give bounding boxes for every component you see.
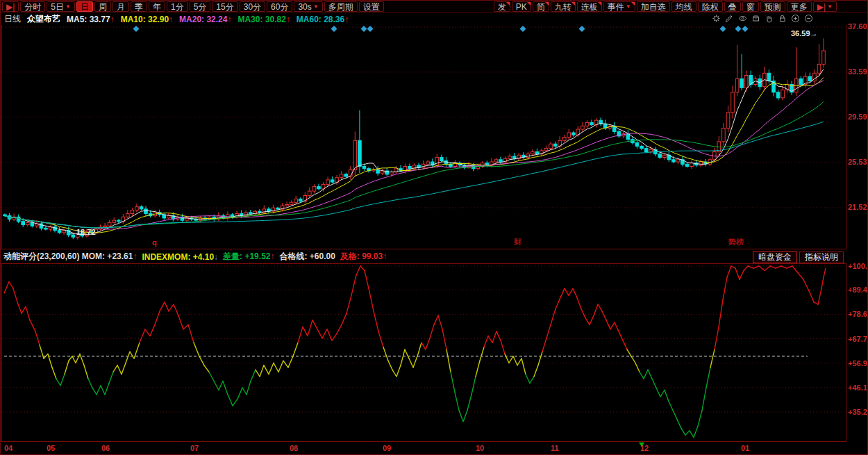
toolbar-item-年[interactable]: 年 [149,1,165,12]
toolbar-item-1分[interactable]: 1分 [167,1,188,12]
toolbar-item-▶|[interactable]: ▶|▼ [813,1,837,12]
momentum-line-segment [378,331,383,347]
chart-annotation: 势榜 [728,238,744,246]
toolbar-item-连板[interactable]: 连板 [577,1,602,12]
event-diamond-icon[interactable] [361,26,367,32]
toolbar-item-九转[interactable]: 九转 [551,1,576,12]
lock-icon[interactable] [778,14,787,23]
momentum-line-segment [97,386,101,395]
toolbar-item-日[interactable]: 日 [76,1,93,12]
momentum-line-segment [105,383,109,395]
event-diamond-icon[interactable] [520,26,526,32]
event-diamond-icon[interactable] [367,26,374,32]
candle-body [731,92,735,113]
toolbar-item-叠[interactable]: 叠 [724,1,741,12]
ma-label: MA30: 30.82 [237,15,285,24]
trend-arrow-icon: ↑ [344,15,349,24]
toolbar-item-15分[interactable]: 15分 [212,1,237,12]
eye-icon[interactable] [738,14,747,23]
candle-body [508,156,512,158]
toolbar-item-60分[interactable]: 60分 [267,1,292,12]
momentum-line-segment [631,356,635,363]
candle-body [58,231,61,233]
month-label: 06 [101,444,110,452]
momentum-line-segment [293,342,298,356]
toolbar-item-分时[interactable]: 分时 [20,1,45,12]
event-diamond-icon[interactable] [579,26,585,32]
zoom-in-icon[interactable] [791,14,800,23]
toolbar-item-加自选[interactable]: 加自选 [637,1,670,12]
momentum-line-segment [501,340,505,354]
momentum-line-segment [744,266,748,271]
candle-body [726,113,730,129]
toolbar-item-预测[interactable]: 预测 [760,1,785,12]
toolbar-item-季[interactable]: 季 [131,1,147,12]
chevron-down-icon: ▼ [626,4,631,10]
toolbar-item-5日[interactable]: 5日▼ [47,1,75,12]
momentum-line-segment [803,280,809,291]
momentum-line-segment [610,322,615,329]
pen-icon[interactable] [725,14,734,23]
momentum-line-segment [405,349,409,358]
toolbar-item-设置[interactable]: 设置 [359,1,384,12]
momentum-line-segment [660,390,665,397]
candle-body [776,92,780,98]
toolbar-item-label: 年 [153,2,161,12]
event-diamond-icon[interactable] [742,26,749,32]
indicator-text: INDEXMOM: +4.10 [142,252,214,262]
momentum-line-segment [685,431,690,436]
momentum-line-segment [76,354,80,363]
box-icon[interactable] [751,14,760,23]
toolbar-item-均线[interactable]: 均线 [671,1,696,12]
toolbar-item-发[interactable]: 发 [494,1,510,12]
candle-body [276,208,280,209]
toolbar-item-周[interactable]: 周 [94,1,111,12]
toolbar-item-更多[interactable]: 更多 [787,1,812,12]
chart-annotation: q [152,238,157,247]
dark-pool-funds-button[interactable]: 暗盘资金 [753,251,797,263]
momentum-line-segment [288,356,293,367]
zoom-out-icon[interactable] [804,14,813,23]
candle-body [676,160,680,162]
momentum-line-segment [438,315,442,329]
month-label: 07 [190,444,199,452]
momentum-line-segment [484,336,488,347]
toolbar-item-PK[interactable]: PK [512,1,531,12]
gear-icon[interactable] [712,14,721,23]
trend-arrow-icon: ↑ [270,251,274,261]
toolbar-item-除权[interactable]: 除权 [698,1,723,12]
event-diamond-icon[interactable] [720,26,726,32]
momentum-line-segment [530,377,534,383]
candle-body [499,160,503,162]
toolbar-item-月[interactable]: 月 [112,1,129,12]
momentum-line-segment [101,386,105,395]
indicator-help-button[interactable]: 指标说明 [799,251,844,263]
event-diamond-icon[interactable] [735,26,742,32]
toolbar-left-group: ▶|分时5日▼日周月季年1分5分15分30分60分30s▼多周期设置 [1,1,385,13]
momentum-line-segment [480,347,484,361]
toolbar-item-窗[interactable]: 窗 [742,1,759,12]
ma-line-10 [5,78,824,233]
toolbar-item-简[interactable]: 简 [533,1,549,12]
candle-body [440,158,444,161]
candle-body [317,187,321,189]
event-diamond-icon[interactable] [331,26,337,32]
candle-body [767,73,771,81]
momentum-line-segment [753,266,759,268]
hand-icon[interactable] [765,14,774,23]
candle-body [699,162,703,165]
event-diamond-icon[interactable] [133,26,140,32]
toolbar-item-▶|[interactable]: ▶| [2,1,19,12]
trend-arrow-icon: ↑ [169,15,173,24]
indicator-text: 差量: +19.52 [223,251,270,261]
toolbar-item-30分[interactable]: 30分 [240,1,265,12]
momentum-line-segment [471,377,476,395]
toolbar-item-5分[interactable]: 5分 [190,1,211,12]
momentum-line-segment [710,349,715,367]
momentum-line-segment [283,361,288,367]
toolbar-item-多周期[interactable]: 多周期 [324,1,358,12]
month-label: 01 [741,444,749,452]
toolbar-item-事件[interactable]: 事件▼ [603,1,635,12]
momentum-line-segment [598,304,602,311]
toolbar-item-30s[interactable]: 30s▼ [294,1,322,12]
